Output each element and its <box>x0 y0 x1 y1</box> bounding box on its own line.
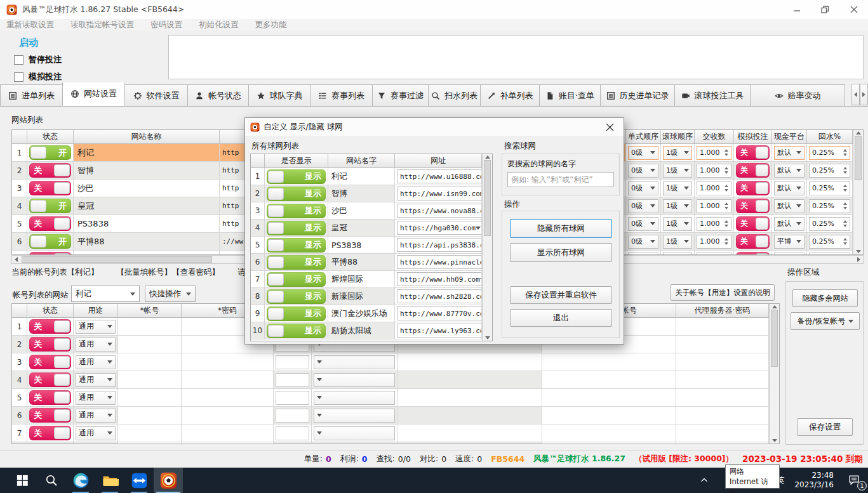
account-enabled-toggle[interactable]: 关 <box>29 390 71 405</box>
account-extra-cell[interactable] <box>397 389 542 407</box>
hide-all-sites-button[interactable]: 隐藏所有球网 <box>510 219 612 238</box>
rebate-spinner[interactable]: 0.25% <box>809 217 850 231</box>
spinner-arrows-icon[interactable] <box>724 220 728 227</box>
site-name-cell[interactable]: 平博88 <box>328 254 395 271</box>
site-visible-toggle[interactable]: 显示 <box>267 187 326 201</box>
save-settings-button[interactable]: 保存设置 <box>797 418 853 436</box>
site-url-select[interactable]: https://www.pinnacle888.co <box>397 255 482 269</box>
spinner-arrows-icon[interactable] <box>843 220 847 227</box>
site-url-select[interactable]: https://www.nova88.com <box>397 204 482 218</box>
close-button[interactable] <box>839 0 868 19</box>
single-order-select[interactable]: 0级 <box>628 164 658 178</box>
site-enabled-toggle[interactable]: 关 <box>29 216 71 231</box>
sim-bet-toggle[interactable]: 关 <box>736 216 770 231</box>
proxy-account-cell[interactable] <box>542 353 676 371</box>
menu-load-account-settings[interactable]: 读取指定帐号设置 <box>70 20 134 30</box>
site-url-select[interactable]: https://www.ly963.com <box>397 324 482 338</box>
live-order-select[interactable]: 1级 <box>663 146 692 160</box>
site-visible-toggle[interactable]: 显示 <box>267 221 326 235</box>
account-site-select[interactable]: 利记 <box>71 286 140 302</box>
account-extra-cell[interactable] <box>397 371 542 389</box>
site-visible-toggle[interactable]: 显示 <box>267 204 326 218</box>
proxy-account-cell[interactable] <box>542 389 676 407</box>
menu-init-settings[interactable]: 初始化设置 <box>199 20 239 30</box>
cash-platform-select[interactable]: 默认 <box>774 181 805 195</box>
single-order-select[interactable]: 0级 <box>628 235 658 249</box>
taskbar-app-button[interactable] <box>154 468 183 493</box>
account-password-cell[interactable] <box>182 407 274 424</box>
spinner-arrows-icon[interactable] <box>724 167 728 174</box>
account-extra-cell[interactable] <box>397 353 542 371</box>
spinner-arrows-icon[interactable] <box>724 185 728 192</box>
spinner-arrows-icon[interactable] <box>843 238 847 245</box>
tab-match-filter[interactable]: 赛事过滤 <box>372 84 429 106</box>
scroll-down-icon[interactable] <box>856 250 861 253</box>
site-name-cell[interactable]: 智博 <box>74 162 220 180</box>
site-url-select[interactable]: http://www.isn99.com <box>397 187 482 200</box>
account-table-vscrollbar[interactable] <box>769 304 779 444</box>
exchange-spinner[interactable]: 1.000 <box>697 164 731 178</box>
site-table-vscrollbar[interactable] <box>853 130 863 254</box>
restore-button[interactable] <box>811 0 839 19</box>
live-order-select[interactable]: 1级 <box>663 235 692 249</box>
account-name-cell[interactable] <box>118 318 182 336</box>
sim-bet-toggle[interactable]: 关 <box>736 234 770 249</box>
account-option-select[interactable] <box>314 391 395 405</box>
single-order-select[interactable]: 0级 <box>628 199 658 213</box>
sim-bet-toggle[interactable]: 关 <box>736 145 770 160</box>
start-button[interactable]: 启动 <box>19 37 38 49</box>
live-order-select[interactable]: 1级 <box>663 181 692 195</box>
scroll-thumb[interactable] <box>22 256 212 263</box>
scroll-up-icon[interactable] <box>856 131 861 135</box>
site-name-cell[interactable]: 平博88 <box>74 233 220 251</box>
site-enabled-toggle[interactable]: 开 <box>29 145 71 160</box>
tab-order-list[interactable]: 进单列表 <box>0 84 63 106</box>
simulate-betting-checkbox[interactable] <box>14 72 23 82</box>
site-name-cell[interactable]: 沙巴 <box>74 180 220 197</box>
single-order-select[interactable]: 0级 <box>628 217 658 231</box>
site-name-cell[interactable]: 新濠国际 <box>328 288 395 305</box>
tab-match-list[interactable]: 赛事列表 <box>310 84 373 106</box>
site-url-select[interactable]: https://api.ps3838.com <box>397 238 482 252</box>
site-visible-toggle[interactable]: 显示 <box>267 306 326 321</box>
save-and-restart-button[interactable]: 保存设置并重启软件 <box>510 286 612 304</box>
proxy-account-cell[interactable] <box>542 407 676 424</box>
spinner-arrows-icon[interactable] <box>843 202 847 209</box>
scroll-thumb[interactable] <box>855 136 862 180</box>
spinner-arrows-icon[interactable] <box>843 185 847 192</box>
tab-odds-change[interactable]: 赔率变动 <box>750 84 845 106</box>
scroll-left-icon[interactable] <box>15 257 18 262</box>
cash-platform-select[interactable]: 默认 <box>774 164 805 178</box>
site-enabled-toggle[interactable]: 开 <box>29 199 71 213</box>
quick-ops-select[interactable]: 快捷操作 <box>145 286 196 302</box>
account-name-cell[interactable] <box>118 371 182 389</box>
account-extra-cell[interactable] <box>397 442 542 444</box>
scroll-thumb[interactable] <box>771 310 778 367</box>
taskbar-search-button[interactable] <box>37 468 66 493</box>
site-url-select[interactable]: http://www.87770v.com <box>397 306 482 320</box>
account-name-cell[interactable] <box>118 389 182 407</box>
spinner-arrows-icon[interactable] <box>843 167 847 174</box>
single-order-select[interactable]: 0级 <box>628 146 658 160</box>
tab-scroll-left-icon[interactable] <box>851 84 860 105</box>
live-order-select[interactable]: 1级 <box>663 164 692 178</box>
sim-bet-toggle[interactable]: 关 <box>736 199 770 213</box>
site-url-select[interactable]: http://www.hh09.com <box>397 272 482 286</box>
site-name-cell[interactable]: 辉煌国际 <box>74 251 220 254</box>
single-order-select[interactable]: 0级 <box>628 181 658 195</box>
site-name-cell[interactable]: 利记 <box>328 168 395 185</box>
account-enabled-toggle[interactable]: 关 <box>29 337 71 352</box>
exchange-spinner[interactable]: 1.000 <box>697 146 731 160</box>
taskbar-explorer-button[interactable] <box>95 468 124 493</box>
rebate-spinner[interactable]: 0.25% <box>809 199 850 213</box>
account-name-cell[interactable] <box>118 442 182 444</box>
dialog-close-icon[interactable] <box>596 118 624 136</box>
account-option-select[interactable] <box>314 426 395 440</box>
site-enabled-toggle[interactable]: 关 <box>29 252 71 254</box>
account-use-select[interactable]: 通用 <box>76 409 116 423</box>
proxy-password-cell[interactable] <box>676 442 769 444</box>
account-extra-field[interactable] <box>276 373 309 387</box>
site-name-cell[interactable]: 励扬太阳城 <box>328 322 395 339</box>
pause-betting-checkbox[interactable] <box>14 55 23 65</box>
tab-live-betting-tool[interactable]: 滚球投注工具 <box>674 84 751 106</box>
